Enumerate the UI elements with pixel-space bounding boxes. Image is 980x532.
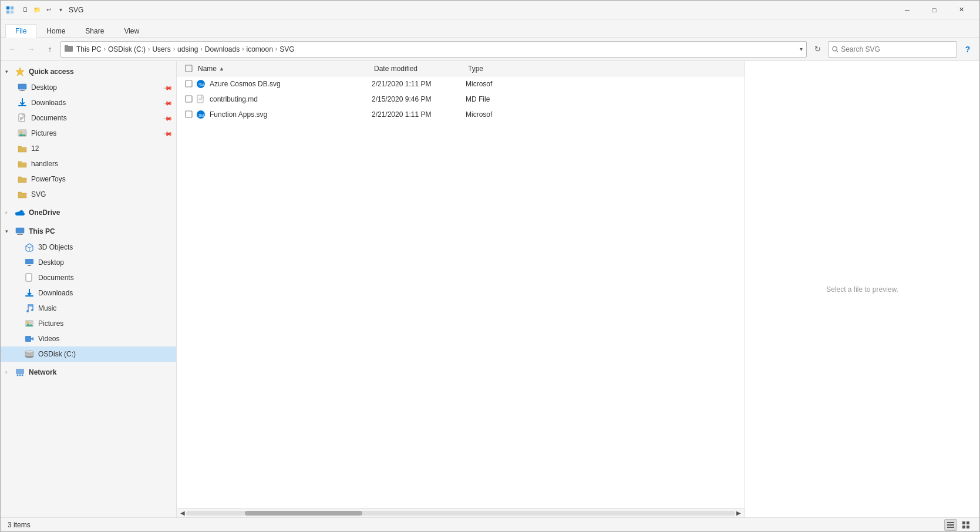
sidebar-item-12[interactable]: 12 bbox=[1, 141, 176, 156]
quick-access-icon bbox=[15, 66, 25, 77]
address-bar-row: ← → ↑ This PC › OSDisk (C:) › Users › ud… bbox=[1, 38, 979, 61]
svg-rect-45 bbox=[186, 65, 192, 72]
breadcrumb-downloads[interactable]: Downloads bbox=[205, 45, 240, 53]
hscroll-left[interactable]: ◀ bbox=[179, 510, 186, 516]
sidebar-item-desktop-pc[interactable]: Desktop bbox=[1, 255, 176, 270]
tab-home[interactable]: Home bbox=[36, 24, 75, 38]
title-bar: 🗒 📁 ↩ ▾ SVG ─ □ ✕ bbox=[1, 1, 979, 19]
address-chevron[interactable]: ▾ bbox=[800, 46, 803, 52]
pictures-pc-label: Pictures bbox=[38, 319, 171, 328]
hscroll-track[interactable] bbox=[186, 511, 735, 516]
sidebar-item-osdisk[interactable]: OSDisk (C:) bbox=[1, 346, 176, 362]
onedrive-icon bbox=[15, 207, 25, 218]
tab-file[interactable]: File bbox=[5, 24, 36, 38]
col-header-checkbox[interactable] bbox=[181, 65, 196, 72]
maximize-button[interactable]: □ bbox=[921, 1, 948, 19]
sidebar-section-quick-access[interactable]: ▾ Quick access bbox=[1, 63, 176, 80]
hscroll-thumb[interactable] bbox=[245, 511, 362, 516]
qat-properties[interactable]: 🗒 bbox=[19, 4, 31, 16]
svg-file-icon-2: S V G bbox=[196, 109, 206, 120]
svg-rect-38 bbox=[16, 369, 24, 374]
sidebar-item-pictures-pc[interactable]: Pictures bbox=[1, 316, 176, 331]
tab-share[interactable]: Share bbox=[75, 24, 114, 38]
documents-pc-icon bbox=[24, 272, 35, 283]
forward-button[interactable]: → bbox=[23, 41, 39, 58]
large-icons-view-button[interactable] bbox=[959, 519, 972, 531]
file-list-body: S V G Azure Cosmos DB.svg 2/21/2020 1:11… bbox=[177, 76, 745, 508]
file-name-3: Function Apps.svg bbox=[210, 110, 372, 119]
row-checkbox-3[interactable] bbox=[181, 110, 196, 118]
svg-rect-62 bbox=[947, 527, 954, 528]
svg-rect-52 bbox=[197, 95, 203, 103]
svg-rect-0 bbox=[6, 6, 9, 9]
refresh-button[interactable]: ↻ bbox=[809, 41, 826, 58]
svg-marker-34 bbox=[31, 337, 33, 341]
svg-text:G: G bbox=[203, 83, 206, 87]
svg-rect-51 bbox=[186, 96, 192, 102]
sidebar-item-svg[interactable]: SVG bbox=[1, 187, 176, 202]
svg-line-7 bbox=[837, 50, 838, 52]
svg-rect-11 bbox=[19, 90, 25, 91]
sidebar-item-downloads[interactable]: Downloads 📌 bbox=[1, 95, 176, 110]
sidebar-item-3d-objects[interactable]: 3D Objects bbox=[1, 240, 176, 255]
qat-undo[interactable]: ↩ bbox=[43, 4, 55, 16]
col-header-name[interactable]: Name ▲ bbox=[196, 65, 372, 73]
sidebar-section-network[interactable]: › Network bbox=[1, 364, 176, 381]
qat-new-folder[interactable]: 📁 bbox=[31, 4, 43, 16]
sidebar-section-this-pc[interactable]: ▾ This PC bbox=[1, 223, 176, 240]
col-header-type[interactable]: Type bbox=[466, 65, 536, 73]
handlers-icon bbox=[17, 159, 28, 169]
search-input[interactable] bbox=[841, 45, 953, 53]
table-row[interactable]: S V G Azure Cosmos DB.svg 2/21/2020 1:11… bbox=[177, 76, 745, 92]
help-button[interactable]: ? bbox=[959, 41, 976, 58]
sidebar-section-onedrive[interactable]: › OneDrive bbox=[1, 204, 176, 221]
sidebar-item-music[interactable]: Music bbox=[1, 301, 176, 316]
item-count: 3 items bbox=[8, 521, 31, 529]
svg-rect-12 bbox=[18, 105, 26, 106]
svg-point-37 bbox=[25, 351, 33, 353]
sidebar-item-documents-pc[interactable]: Documents bbox=[1, 270, 176, 285]
sidebar-item-powertoys[interactable]: PowerToys bbox=[1, 171, 176, 187]
sidebar-item-pictures[interactable]: Pictures 📌 bbox=[1, 126, 176, 141]
sidebar-item-handlers[interactable]: handlers bbox=[1, 156, 176, 171]
svg-point-28 bbox=[26, 310, 29, 312]
breadcrumb-osdisk[interactable]: OSDisk (C:) bbox=[108, 45, 146, 53]
breadcrumb-users[interactable]: Users bbox=[152, 45, 170, 53]
pictures-icon bbox=[17, 128, 28, 139]
breadcrumb-svg[interactable]: SVG bbox=[279, 45, 294, 53]
up-button[interactable]: ↑ bbox=[42, 41, 58, 58]
tab-view[interactable]: View bbox=[114, 24, 149, 38]
sidebar-item-videos[interactable]: Videos bbox=[1, 331, 176, 346]
title-bar-icons bbox=[5, 5, 15, 15]
row-checkbox-2[interactable] bbox=[181, 95, 196, 103]
qat-dropdown[interactable]: ▾ bbox=[55, 4, 66, 16]
minimize-button[interactable]: ─ bbox=[894, 1, 921, 19]
table-row[interactable]: contributing.md 2/15/2020 9:46 PM MD Fil… bbox=[177, 92, 745, 107]
breadcrumb-this-pc[interactable]: This PC bbox=[76, 45, 102, 53]
table-row[interactable]: S V G Function Apps.svg 2/21/2020 1:11 P… bbox=[177, 107, 745, 122]
window-controls: ─ □ ✕ bbox=[894, 1, 975, 19]
quick-access-label: Quick access bbox=[29, 68, 74, 76]
back-button[interactable]: ← bbox=[4, 41, 21, 58]
col-header-date[interactable]: Date modified bbox=[372, 65, 466, 73]
breadcrumb-udsing[interactable]: udsing bbox=[177, 45, 198, 53]
ribbon-tabs: File Home Share View bbox=[1, 19, 979, 37]
svg-rect-63 bbox=[962, 521, 965, 524]
sidebar-item-desktop[interactable]: Desktop 📌 bbox=[1, 80, 176, 95]
details-view-button[interactable] bbox=[944, 519, 957, 531]
quick-access-chevron: ▾ bbox=[5, 69, 12, 75]
sidebar-item-documents[interactable]: Documents 📌 bbox=[1, 110, 176, 126]
sidebar-item-downloads-pc[interactable]: Downloads bbox=[1, 285, 176, 301]
handlers-label: handlers bbox=[31, 160, 171, 168]
row-checkbox-1[interactable] bbox=[181, 80, 196, 87]
address-bar[interactable]: This PC › OSDisk (C:) › Users › udsing ›… bbox=[60, 41, 807, 58]
close-button[interactable]: ✕ bbox=[948, 1, 975, 19]
search-bar[interactable] bbox=[828, 41, 957, 58]
hscroll-right[interactable]: ▶ bbox=[735, 510, 742, 516]
this-pc-label: This PC bbox=[29, 227, 55, 235]
preview-pane: Select a file to preview. bbox=[745, 61, 979, 517]
onedrive-label: OneDrive bbox=[29, 208, 60, 217]
breadcrumb-icomoon[interactable]: icomoon bbox=[247, 45, 273, 53]
svg-rect-46 bbox=[186, 80, 192, 87]
this-pc-icon bbox=[15, 226, 25, 237]
